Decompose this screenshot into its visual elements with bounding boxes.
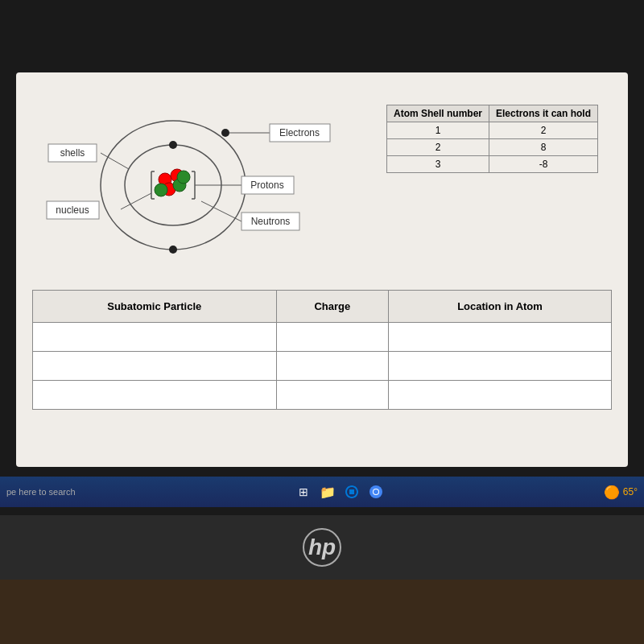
svg-text:Electrons: Electrons bbox=[279, 127, 320, 138]
svg-rect-18 bbox=[270, 124, 330, 142]
atom-shell-section: Atom Shell number Electrons it can hold … bbox=[386, 97, 598, 282]
shell-number: 1 bbox=[387, 122, 489, 139]
taskbar-icon-chrome[interactable] bbox=[366, 482, 386, 502]
svg-text:shells: shells bbox=[60, 147, 85, 159]
shell-number: 2 bbox=[387, 139, 489, 156]
diagram-area: Electrons Protons Neutrons shells nucleu… bbox=[32, 89, 370, 282]
content-area: Electrons Protons Neutrons shells nucleu… bbox=[32, 89, 612, 282]
particle-cell bbox=[33, 352, 277, 381]
svg-rect-30 bbox=[47, 201, 99, 219]
table-row: 3 -8 bbox=[387, 156, 598, 173]
svg-rect-21 bbox=[242, 176, 294, 194]
shell-col-header: Atom Shell number bbox=[387, 105, 489, 122]
svg-line-29 bbox=[121, 193, 151, 209]
atom-diagram-svg: Electrons Protons Neutrons shells nucleu… bbox=[32, 89, 370, 290]
location-cell bbox=[389, 381, 612, 410]
weather-icon: 🟠 bbox=[604, 485, 620, 500]
screen: Electrons Protons Neutrons shells nucleu… bbox=[16, 72, 628, 467]
svg-text:nucleus: nucleus bbox=[56, 204, 89, 216]
shell-number: 3 bbox=[387, 156, 489, 173]
svg-point-14 bbox=[221, 129, 229, 137]
particle-cell bbox=[33, 381, 277, 410]
table-row bbox=[33, 352, 612, 381]
electrons-col-header: Electrons it can hold bbox=[489, 105, 598, 122]
svg-point-0 bbox=[101, 121, 246, 250]
subatomic-table: Subatomic Particle Charge Location in At… bbox=[32, 290, 612, 410]
table-row bbox=[33, 381, 612, 410]
weather-temp: 65° bbox=[623, 486, 638, 497]
svg-point-4 bbox=[163, 183, 175, 196]
svg-point-7 bbox=[177, 171, 190, 184]
col-header-particle: Subatomic Particle bbox=[33, 291, 277, 323]
taskbar-icon-files[interactable]: 📁 bbox=[318, 482, 337, 502]
svg-point-34 bbox=[374, 489, 378, 494]
table-row: 1 2 bbox=[387, 122, 598, 139]
charge-cell bbox=[276, 323, 388, 352]
electrons-hold: 2 bbox=[489, 122, 598, 139]
col-header-charge: Charge bbox=[276, 291, 388, 323]
svg-point-2 bbox=[159, 173, 171, 186]
taskbar-icon-start[interactable]: ⊞ bbox=[294, 482, 313, 502]
taskbar-search-text: pe here to search bbox=[6, 487, 76, 497]
svg-text:Neutrons: Neutrons bbox=[251, 216, 291, 227]
taskbar-icon-edge[interactable] bbox=[342, 482, 361, 502]
electrons-hold: -8 bbox=[489, 156, 598, 173]
svg-text:Protons: Protons bbox=[250, 180, 283, 191]
charge-cell bbox=[276, 352, 388, 381]
svg-line-23 bbox=[201, 201, 242, 221]
svg-point-1 bbox=[125, 145, 221, 225]
charge-cell bbox=[276, 381, 388, 410]
location-cell bbox=[389, 352, 612, 381]
svg-point-15 bbox=[169, 246, 177, 254]
bottom-area bbox=[0, 580, 644, 644]
electrons-hold: 8 bbox=[489, 139, 598, 156]
table-row bbox=[33, 323, 612, 352]
location-cell bbox=[389, 323, 612, 352]
table-row: 2 8 bbox=[387, 139, 598, 156]
weather-indicator: 🟠 65° bbox=[604, 485, 638, 500]
svg-point-5 bbox=[173, 179, 186, 192]
svg-point-16 bbox=[169, 141, 177, 149]
svg-rect-27 bbox=[48, 144, 97, 162]
svg-point-3 bbox=[171, 169, 184, 182]
hp-area: hp bbox=[0, 515, 644, 580]
hp-logo: hp bbox=[303, 528, 341, 567]
col-header-location: Location in Atom bbox=[389, 291, 612, 323]
svg-rect-24 bbox=[242, 213, 299, 230]
svg-point-6 bbox=[155, 184, 167, 196]
particle-cell bbox=[33, 323, 277, 352]
svg-line-26 bbox=[101, 153, 129, 169]
taskbar: pe here to search ⊞ 📁 🟠 65° bbox=[0, 477, 644, 507]
atom-shell-table: Atom Shell number Electrons it can hold … bbox=[386, 105, 598, 173]
